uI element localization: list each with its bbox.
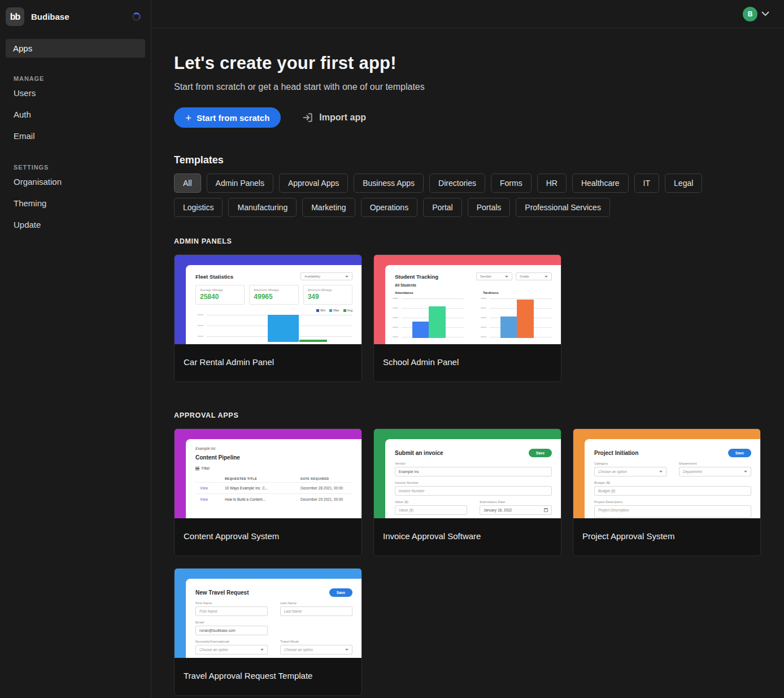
mini-submission-date-input: January 18, 2022 <box>480 505 552 515</box>
user-menu-chevron-down-icon[interactable] <box>761 11 769 16</box>
filter-chip-legal[interactable]: Legal <box>665 174 702 193</box>
mini-company-label: Example Inc <box>195 446 352 450</box>
mini-email-input: ronan@budibase.com <box>195 626 268 635</box>
filter-chip-operations[interactable]: Operations <box>361 198 417 217</box>
mini-department-label: Department <box>679 462 751 465</box>
mini-travel-mode-select: Choose an option <box>280 645 352 654</box>
mini-invoice-number-input: Invoice Number <box>395 486 552 496</box>
approval-apps-cards: Example Inc Content Pipeline Filter Requ… <box>174 428 764 696</box>
car-rental-thumbnail: Fleet Statistics Availability Average Mi… <box>175 255 361 344</box>
import-app-button[interactable]: Import app <box>302 112 366 123</box>
mini-stat-maximum: Maximum Mileage 49965 <box>249 285 298 305</box>
mini-stat-value: 25840 <box>200 293 240 301</box>
sidebar-item-theming[interactable]: Theming <box>0 192 151 214</box>
content: Let's create your first app! Start from … <box>151 28 784 696</box>
filter-chip-hr[interactable]: HR <box>537 174 567 193</box>
caret-down-icon <box>545 276 548 278</box>
mini-first-name-label: First Name <box>195 601 268 605</box>
template-card-car-rental[interactable]: Fleet Statistics Availability Average Mi… <box>174 254 362 382</box>
filter-chip-portal[interactable]: Portal <box>423 198 462 217</box>
mini-gender-select: Gender <box>476 272 512 280</box>
car-rental-mini-ui: Fleet Statistics Availability Average Mi… <box>186 265 361 344</box>
caret-down-icon <box>260 649 264 651</box>
filter-chip-marketing[interactable]: Marketing <box>302 198 355 217</box>
mini-last-name-label: Last Name <box>280 601 352 605</box>
filter-chip-all[interactable]: All <box>174 174 201 193</box>
brand-title: Budibase <box>31 12 69 21</box>
caret-down-icon <box>345 649 349 651</box>
template-card-school[interactable]: Student Tracking Gender Grade <box>373 254 561 382</box>
template-card-project-approval[interactable]: Project Initiation Save Category Choose … <box>573 428 761 556</box>
invoice-approval-thumbnail: Submit an invoice Save Vendor Example In… <box>374 429 561 518</box>
content-mini-ui: Example Inc Content Pipeline Filter Requ… <box>186 439 361 518</box>
mini-content-pipeline-title: Content Pipeline <box>195 454 352 461</box>
mini-invoice-number-label: Invoice Number <box>395 481 552 484</box>
mini-stat-label: Maximum Mileage <box>254 288 294 292</box>
sidebar-item-update[interactable]: Update <box>0 214 151 235</box>
mini-bar-blue <box>412 322 429 338</box>
filter-chip-directories[interactable]: Directories <box>429 174 485 193</box>
mini-all-students-label: All Students <box>395 283 552 287</box>
filter-chip-it[interactable]: IT <box>634 174 659 193</box>
filter-chip-portals[interactable]: Portals <box>468 198 511 217</box>
travel-approval-thumbnail: New Travel Request Save First Name First… <box>175 569 361 658</box>
calendar-icon <box>544 508 548 512</box>
invoice-mini-ui: Submit an invoice Save Vendor Example In… <box>385 439 561 518</box>
card-title-car-rental: Car Rental Admin Panel <box>175 344 361 381</box>
mini-submit-invoice-title: Submit an invoice <box>395 450 443 456</box>
filter-chip-admin-panels[interactable]: Admin Panels <box>207 174 273 193</box>
template-filter-chips: All Admin Panels Approval Apps Business … <box>174 174 726 217</box>
template-card-content-approval[interactable]: Example Inc Content Pipeline Filter Requ… <box>174 428 362 556</box>
mini-submission-date-label: Submission Date <box>480 500 552 504</box>
mini-stat-average: Average Mileage 25840 <box>195 285 245 305</box>
mini-travel-mode-label: Travel Mode <box>280 640 352 643</box>
mini-bar-chart <box>207 315 352 341</box>
filter-chip-manufacturing[interactable]: Manufacturing <box>228 198 297 217</box>
main-area: B Let's create your first app! Start fro… <box>151 0 784 698</box>
mini-category-select: Choose an option <box>594 467 667 476</box>
plus-icon: + <box>185 112 191 123</box>
mini-bar-green <box>299 340 327 342</box>
template-card-invoice-approval[interactable]: Submit an invoice Save Vendor Example In… <box>373 428 561 556</box>
caret-down-icon <box>505 276 508 278</box>
mini-chart-legend: Min Max Avg <box>195 309 352 312</box>
mini-vendor-label: Vendor <box>395 462 552 465</box>
mini-save-button: Save <box>728 449 751 457</box>
user-avatar[interactable]: B <box>743 7 757 21</box>
section-approval-apps: APPROVAL APPS <box>174 411 761 419</box>
app-root: bb Budibase Apps MANAGE Users Auth Email… <box>0 0 784 698</box>
filter-chip-business-apps[interactable]: Business Apps <box>354 174 424 193</box>
import-icon <box>302 112 313 123</box>
mini-filter-button: Filter <box>195 466 352 470</box>
sidebar-section-settings: SETTINGS <box>0 146 151 171</box>
mini-fleet-statistics-title: Fleet Statistics <box>195 274 233 280</box>
mini-student-tracking-title: Student Tracking <box>395 274 438 280</box>
sidebar-item-users[interactable]: Users <box>0 82 151 103</box>
sidebar-item-apps[interactable]: Apps <box>6 39 145 58</box>
filter-chip-healthcare[interactable]: Healthcare <box>572 174 629 193</box>
filter-chip-forms[interactable]: Forms <box>491 174 532 193</box>
card-title-content-approval: Content Approval System <box>175 518 361 556</box>
mini-table-row: View How to Build a Content... December … <box>195 493 352 505</box>
mini-save-button: Save <box>329 588 352 597</box>
mini-domestic-label: Domestic/International <box>195 640 268 643</box>
mini-stat-value: 49965 <box>254 293 294 301</box>
sidebar-item-auth[interactable]: Auth <box>0 103 151 125</box>
filter-chip-logistics[interactable]: Logistics <box>174 198 223 217</box>
start-from-scratch-button[interactable]: + Start from scratch <box>174 107 281 128</box>
mini-attendance-chart: Attendance <box>395 291 464 338</box>
mini-last-name-input: Last Name <box>280 606 352 616</box>
mini-new-travel-request-title: New Travel Request <box>195 589 249 596</box>
mini-first-name-input: First Name <box>195 606 268 616</box>
card-title-invoice-approval: Invoice Approval Software <box>374 518 561 556</box>
filter-chip-professional-services[interactable]: Professional Services <box>516 198 610 217</box>
sidebar-item-email[interactable]: Email <box>0 125 151 146</box>
mini-stat-value: 349 <box>308 293 348 301</box>
mini-budget-label: Budget ($) <box>594 481 751 484</box>
sidebar-item-organisation[interactable]: Organisation <box>0 171 151 192</box>
filter-chip-approval-apps[interactable]: Approval Apps <box>279 174 348 193</box>
mini-availability-select: Availability <box>300 272 352 280</box>
mini-table-row: View 10 Ways Example Inc. C... December … <box>195 482 352 493</box>
template-card-travel-approval[interactable]: New Travel Request Save First Name First… <box>174 568 362 696</box>
mini-grade-select: Grade <box>516 272 552 280</box>
